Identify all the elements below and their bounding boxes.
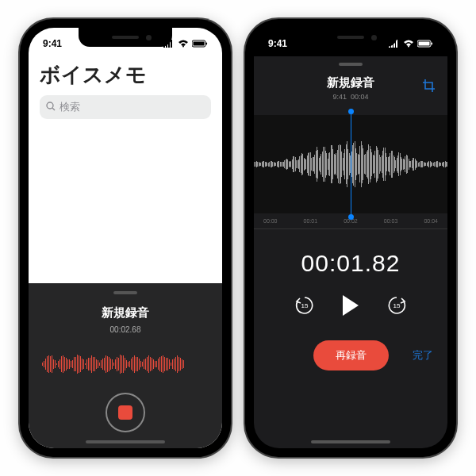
battery-icon: [417, 40, 433, 48]
waveform: [29, 334, 222, 386]
svg-rect-6: [194, 42, 205, 46]
screen: 9:41 ボイスメモ 検索 新規録音 00:02.68: [29, 28, 222, 448]
rerecord-button[interactable]: 再録音: [313, 340, 389, 370]
ruler-tick: 00:00: [263, 218, 278, 224]
skip-back-button[interactable]: 15: [294, 294, 316, 317]
recording-subtitle: 9:41 00:04: [254, 93, 447, 101]
ruler-tick: 00:03: [384, 218, 398, 224]
grabber-handle[interactable]: [113, 291, 137, 294]
svg-point-14: [408, 46, 409, 48]
phone-right: 9:41 新規録音 9:41 00:04 00:: [245, 19, 456, 457]
search-placeholder: 検索: [60, 100, 80, 114]
phone-left: 9:41 ボイスメモ 検索 新規録音 00:02.68: [20, 19, 231, 457]
recording-elapsed: 00:02.68: [29, 325, 222, 334]
playback-time: 00:01.82: [254, 250, 447, 277]
trim-button[interactable]: [422, 79, 436, 96]
notch: [304, 28, 397, 47]
recording-title: 新規録音: [254, 75, 447, 90]
svg-rect-17: [432, 43, 433, 45]
wifi-icon: [403, 40, 414, 48]
svg-rect-7: [206, 43, 208, 45]
svg-point-8: [47, 102, 53, 109]
ruler-tick: 00:01: [304, 218, 318, 224]
play-button[interactable]: [343, 295, 359, 316]
status-time: 9:41: [268, 38, 287, 49]
playhead[interactable]: [351, 112, 351, 217]
notch: [79, 28, 172, 47]
wifi-icon: [178, 40, 189, 48]
home-indicator[interactable]: [86, 440, 165, 443]
home-indicator[interactable]: [311, 440, 390, 443]
svg-line-9: [52, 108, 55, 110]
svg-point-4: [182, 46, 184, 48]
header: 新規録音 9:41 00:04: [254, 66, 447, 104]
search-icon: [46, 102, 56, 113]
skip-forward-button[interactable]: 15: [386, 294, 408, 317]
content: 新規録音 9:41 00:04 00:0000:0100:0200:0300:0…: [254, 56, 447, 448]
screen: 9:41 新規録音 9:41 00:04 00:: [254, 28, 447, 448]
app-title: ボイスメモ: [40, 61, 211, 89]
search-input[interactable]: 検索: [40, 95, 211, 119]
stop-icon: [118, 405, 132, 420]
bottom-row: 再録音 完了: [254, 340, 447, 370]
waveform-area[interactable]: [254, 115, 447, 213]
battery-icon: [192, 40, 208, 48]
recording-title: 新規録音: [29, 305, 222, 321]
recordings-list[interactable]: [29, 125, 222, 283]
done-button[interactable]: 完了: [413, 348, 433, 363]
playback-controls: 15 15: [254, 294, 447, 317]
stop-record-button[interactable]: [106, 393, 145, 432]
header: ボイスメモ 検索: [29, 56, 222, 125]
svg-rect-16: [419, 42, 430, 46]
recording-panel[interactable]: 新規録音 00:02.68: [29, 283, 222, 448]
status-time: 9:41: [43, 38, 62, 49]
content: ボイスメモ 検索 新規録音 00:02.68: [29, 56, 222, 448]
ruler-tick: 00:04: [424, 218, 438, 224]
